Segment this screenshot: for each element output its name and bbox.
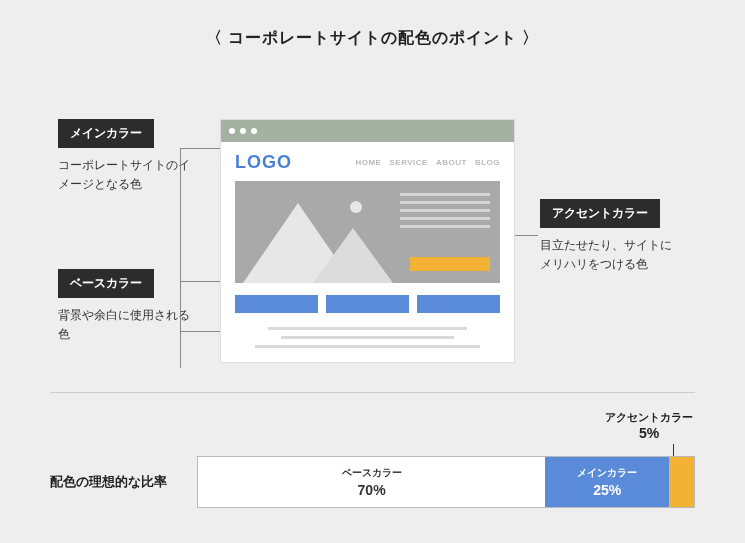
window-dot-icon xyxy=(240,128,246,134)
accent-ratio-label: アクセントカラー 5% xyxy=(605,410,693,441)
nav-item: BLOG xyxy=(475,158,500,167)
ratio-section: アクセントカラー 5% 配色の理想的な比率 ベースカラー 70% メインカラー … xyxy=(0,400,745,508)
connector-line xyxy=(180,148,181,368)
nav-item: HOME xyxy=(355,158,381,167)
ratio-seg-base: ベースカラー 70% xyxy=(198,457,545,507)
section-divider xyxy=(50,392,695,393)
hero-image xyxy=(235,181,500,283)
accent-color-tag: アクセントカラー xyxy=(540,199,660,228)
accent-ratio-name: アクセントカラー xyxy=(605,410,693,425)
page-title: 〈 コーポレートサイトの配色のポイント 〉 xyxy=(0,0,745,49)
ratio-seg-base-pct: 70% xyxy=(358,482,386,498)
site-nav: HOME SERVICE ABOUT BLOG xyxy=(355,158,500,167)
nav-item: SERVICE xyxy=(389,158,427,167)
main-color-desc: コーポレートサイトのイメージとなる色 xyxy=(58,156,198,194)
ratio-seg-main-name: メインカラー xyxy=(577,466,637,480)
hero-text-placeholder xyxy=(400,193,490,228)
ratio-seg-main: メインカラー 25% xyxy=(545,457,669,507)
ratio-seg-main-pct: 25% xyxy=(593,482,621,498)
base-color-tag: ベースカラー xyxy=(58,269,154,298)
accent-tick-line xyxy=(673,444,674,456)
card-row xyxy=(235,295,500,313)
ratio-seg-accent xyxy=(669,457,694,507)
accent-color-desc: 目立たせたり、サイトにメリハリをつける色 xyxy=(540,236,680,274)
diagram-upper: メインカラー コーポレートサイトのイメージとなる色 ベースカラー 背景や余白に使… xyxy=(0,49,745,369)
main-color-tag: メインカラー xyxy=(58,119,154,148)
card-main-color xyxy=(235,295,318,313)
site-header: LOGO HOME SERVICE ABOUT BLOG xyxy=(235,150,500,181)
ratio-bar-chart: ベースカラー 70% メインカラー 25% xyxy=(197,456,695,508)
browser-body: LOGO HOME SERVICE ABOUT BLOG xyxy=(221,142,514,362)
card-main-color xyxy=(417,295,500,313)
window-dot-icon xyxy=(229,128,235,134)
base-color-desc: 背景や余白に使用される色 xyxy=(58,306,198,344)
body-text-placeholder xyxy=(235,327,500,348)
sun-icon xyxy=(350,201,362,213)
window-dot-icon xyxy=(251,128,257,134)
mountain-icon xyxy=(313,228,393,283)
label-base-color: ベースカラー 背景や余白に使用される色 xyxy=(58,269,198,344)
label-main-color: メインカラー コーポレートサイトのイメージとなる色 xyxy=(58,119,198,194)
browser-titlebar xyxy=(221,120,514,142)
browser-mockup: LOGO HOME SERVICE ABOUT BLOG xyxy=(220,119,515,363)
cta-button-accent xyxy=(410,257,490,271)
ratio-title: 配色の理想的な比率 xyxy=(50,473,167,491)
ratio-seg-base-name: ベースカラー xyxy=(342,466,402,480)
site-logo: LOGO xyxy=(235,152,292,173)
card-main-color xyxy=(326,295,409,313)
accent-ratio-pct: 5% xyxy=(605,425,693,441)
nav-item: ABOUT xyxy=(436,158,467,167)
label-accent-color: アクセントカラー 目立たせたり、サイトにメリハリをつける色 xyxy=(540,199,680,274)
